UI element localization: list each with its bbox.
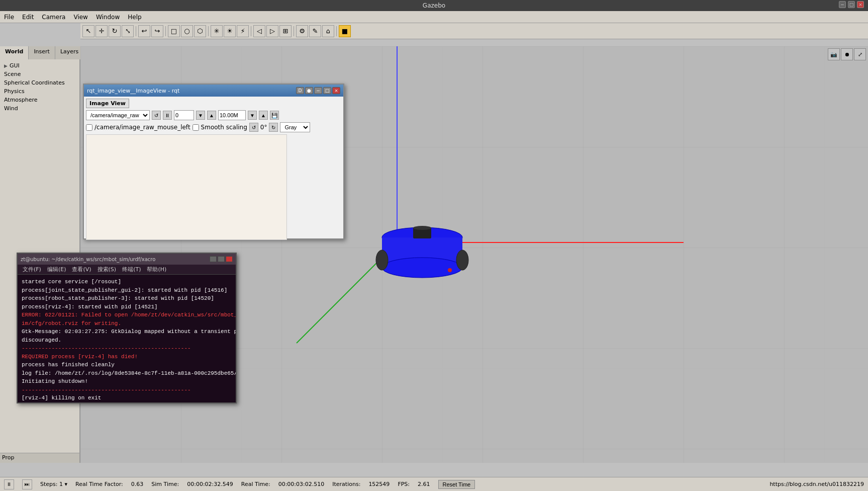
term-menu-terminal[interactable]: 终端(T) [119,265,144,274]
maximize-button[interactable]: □ [848,1,855,8]
tree-item-atmosphere[interactable]: Atmosphere [2,96,77,104]
term-line: REQUIRED process [rviz-4] has died! [22,353,232,361]
terminal-maximize-btn[interactable] [218,256,225,262]
topic-select[interactable]: /camera/image_raw [86,110,150,120]
point-light-btn[interactable]: ✳ [211,25,223,37]
rqt-info-btn[interactable]: D [296,87,304,94]
box-btn[interactable]: □ [168,25,180,37]
refresh-btn[interactable]: ↺ [152,111,161,120]
align-btn[interactable]: ⊞ [279,25,292,37]
close-button[interactable]: × [857,1,864,8]
terminal-titlebar[interactable]: zt@ubuntu: ~/dev/catkin_ws/src/mbot_sim/… [18,254,236,265]
rotate-tool-btn[interactable]: ↻ [109,25,121,37]
fps-label: FPS: [398,481,410,487]
screenshot-btn[interactable]: 📷 [828,48,840,60]
fps-val-up-btn[interactable]: ▲ [259,111,268,120]
copy-btn[interactable]: ◁ [253,25,265,37]
color-mode-select[interactable]: Gray [280,122,310,132]
rqt-close-btn[interactable]: × [332,87,340,94]
term-line: process[joint_state_publisher_gui-2]: st… [22,286,232,295]
fps-down-btn[interactable]: ▼ [196,111,205,120]
tree-item-wind[interactable]: Wind [2,104,77,113]
iterations-label: Iterations: [332,481,360,487]
fps-input[interactable] [174,110,194,120]
menu-help[interactable]: Help [124,13,145,22]
scale-tool-btn[interactable]: ⤡ [122,25,134,37]
save-btn[interactable]: 💾 [270,111,279,120]
building-btn[interactable]: ⌂ [322,25,334,37]
csdn-link: https://blog.csdn.net/u011832219 [769,481,864,487]
term-line: ERROR: 622/01121: Failed to open /home/z… [22,311,232,319]
tree-item-spherical[interactable]: Spherical Coordinates [2,78,77,87]
undo-btn[interactable]: ↩ [138,25,150,37]
terminal-minimize-btn[interactable] [210,256,217,262]
rotate-btn[interactable]: ↻ [269,123,278,132]
fps-up-btn[interactable]: ▲ [207,111,216,120]
smooth-scaling-check[interactable] [192,124,199,131]
cylinder-btn[interactable]: ⬡ [194,25,206,37]
term-line: process[robot_state_publisher-3]: starte… [22,294,232,303]
terminal-close-btn[interactable] [226,256,233,262]
step-btn[interactable]: ⏭ [22,479,32,489]
tree-item-gui[interactable]: ▶ GUI [2,61,77,70]
minimize-button[interactable]: − [839,1,846,8]
rqt-help-btn[interactable]: ● [305,87,313,94]
mouse-topic-check[interactable] [86,124,92,131]
app-title: Gazebo [423,2,445,9]
svg-point-11 [376,250,388,270]
menu-window[interactable]: Window [92,13,124,22]
smooth-icon-btn[interactable]: ↺ [249,123,258,132]
pause-btn[interactable]: ⏸ [163,111,172,120]
tree-item-physics[interactable]: Physics [2,87,77,96]
sphere-btn[interactable]: ○ [181,25,193,37]
term-menu-file[interactable]: 文件(F) [20,265,44,274]
reset-time-btn[interactable]: Reset Time [438,480,475,489]
spot-light-btn[interactable]: ⚡ [237,25,249,37]
joint-btn[interactable]: ⚙ [296,25,308,37]
fps-value-input[interactable] [218,110,246,120]
robot-svg [372,217,472,283]
properties-label: Prop [0,453,79,463]
redo-btn[interactable]: ↪ [151,25,163,37]
rqt-titlebar[interactable]: rqt_image_view__ImageView - rqt D ● − □ … [84,85,343,97]
menu-view[interactable]: View [69,13,91,22]
menu-edit[interactable]: Edit [18,13,38,22]
term-menu-search[interactable]: 搜索(S) [94,265,120,274]
term-line: ----------------------------------------… [22,386,232,394]
rqt-minimize-btn[interactable]: − [314,87,322,94]
rqt-image-view-label: Image View [86,99,129,108]
world-tree: ▶ GUI Scene Spherical Coordinates Physic… [0,59,79,115]
term-menu-edit[interactable]: 编辑(E) [44,265,69,274]
tab-insert[interactable]: Insert [29,46,55,59]
fps-val-down-btn[interactable]: ▼ [248,111,257,120]
model-editor-btn[interactable]: ✎ [309,25,321,37]
rqt-float-btn[interactable]: □ [323,87,331,94]
terminal-title: zt@ubuntu: ~/dev/catkin_ws/src/mbot_sim/… [21,257,209,262]
tree-item-scene[interactable]: Scene [2,70,77,78]
terminal-body: started core service [/rosout] process[j… [18,275,236,402]
paste-btn[interactable]: ▷ [266,25,278,37]
pause-status-btn[interactable]: ⏸ [4,479,14,489]
robot-model [372,217,472,284]
translate-tool-btn[interactable]: ✛ [95,25,108,37]
select-tool-btn[interactable]: ↖ [82,25,94,37]
menu-file[interactable]: File [0,13,18,22]
tree-item-label: Atmosphere [4,97,38,103]
record-btn[interactable]: ⏺ [841,48,853,60]
record-active-btn[interactable]: ■ [339,25,351,37]
rqt-label-bar: Image View [86,99,341,108]
sim-time-value: 00:00:02:32.549 [187,481,233,487]
tree-item-label: Physics [4,88,25,95]
expand-btn[interactable]: ⤢ [854,48,866,60]
svg-point-8 [382,258,462,278]
sun-light-btn[interactable]: ☀ [224,25,236,37]
rqt-image-display [86,134,287,240]
rqt-title: rqt_image_view__ImageView - rqt [87,88,295,94]
iterations-value: 152549 [368,481,390,487]
tab-layers[interactable]: Layers [55,46,84,59]
term-menu-view[interactable]: 查看(V) [69,265,94,274]
tab-world[interactable]: World [0,46,29,59]
toolbar-sep [136,26,136,36]
term-menu-help[interactable]: 帮助(H) [144,265,169,274]
menu-camera[interactable]: Camera [38,13,69,22]
